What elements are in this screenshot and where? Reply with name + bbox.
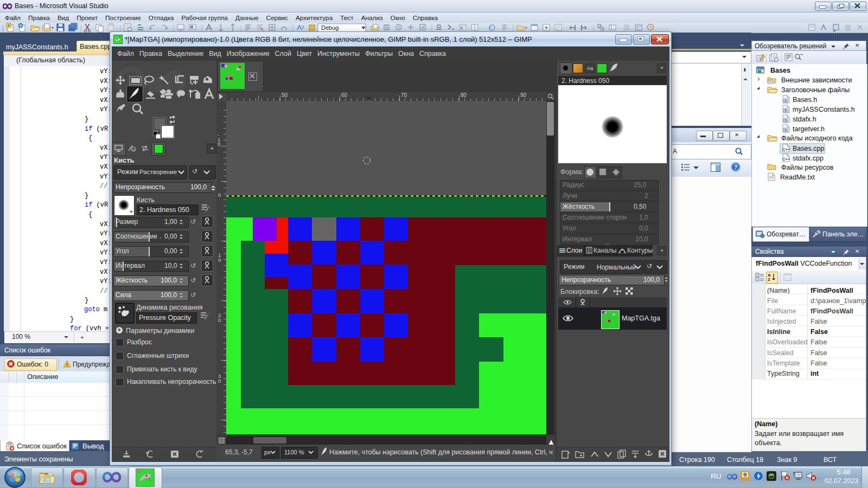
svg-text:h: h: [784, 98, 787, 103]
svg-text:h: h: [784, 127, 787, 132]
svg-text:?: ?: [734, 164, 738, 170]
svg-text:C++: C++: [782, 157, 790, 162]
svg-text:!: !: [66, 362, 68, 368]
svg-text:o: o: [132, 147, 135, 152]
svg-text:h: h: [784, 118, 787, 123]
svg-text:h: h: [784, 108, 787, 113]
svg-text:Z: Z: [768, 277, 770, 281]
svg-text:Debug: Debug: [321, 24, 339, 31]
svg-text:C++: C++: [782, 147, 790, 152]
